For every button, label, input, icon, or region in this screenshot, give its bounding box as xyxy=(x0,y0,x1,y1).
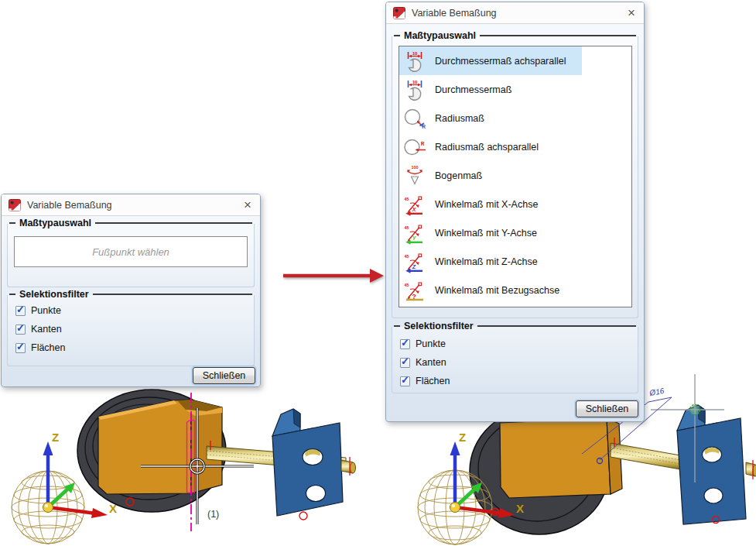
group-label: Maßtypauswahl xyxy=(19,218,91,228)
selection-annotation: (1) xyxy=(207,509,219,520)
checkbox-flächen[interactable]: ✓ Flächen xyxy=(400,372,638,390)
group-label: Selektionsfilter xyxy=(19,289,89,300)
checkbox-list-right: ✓ Punkte ✓ Kanten ✓ Flächen xyxy=(392,327,638,390)
list-item[interactable]: 45? Winkelmaß mit Bezugsachse xyxy=(399,276,575,304)
list-item[interactable]: 45Z Winkelmaß mit Z-Achse xyxy=(399,247,553,276)
dialog-titlebar[interactable]: Variable Bemaßung × xyxy=(386,2,644,24)
checkbox-flächen[interactable]: ✓ Flächen xyxy=(15,338,254,357)
list-item[interactable]: 10 Durchmessermaß xyxy=(399,75,527,104)
svg-text:Z: Z xyxy=(412,263,416,269)
desktop: (1) Z X xyxy=(0,0,756,546)
checkbox-punkte[interactable]: ✓ Punkte xyxy=(400,335,638,353)
snap-target-circle xyxy=(690,405,700,415)
transition-arrow xyxy=(277,262,393,290)
list-item[interactable]: 45Y Winkelmaß mit Y-Achse xyxy=(399,218,552,247)
list-item-label: Radiusmaß xyxy=(435,113,484,124)
angle-ref-icon: 45? xyxy=(403,279,426,302)
group-label: Maßtypauswahl xyxy=(404,30,476,41)
checkbox-label: Kanten xyxy=(416,357,446,368)
list-item-label: Durchmessermaß xyxy=(435,84,511,95)
x-axis-arrow xyxy=(48,507,96,513)
z-axis-label: Z xyxy=(52,431,59,444)
checkbox-label: Punkte xyxy=(416,338,446,349)
app-icon xyxy=(9,199,21,211)
3d-view-left[interactable]: (1) Z X xyxy=(0,379,371,546)
x-axis-label: X xyxy=(109,502,117,515)
diameter-icon: 10 xyxy=(403,78,426,101)
fork-bracket[interactable] xyxy=(500,418,622,498)
x-axis-label: X xyxy=(516,502,524,515)
group-masstypauswahl: Maßtypauswahl 10 Durchmessermaß achspara… xyxy=(392,36,638,318)
close-icon[interactable]: × xyxy=(242,198,253,211)
group-selektionsfilter: Selektionsfilter ✓ Punkte ✓ Kanten ✓ Flä… xyxy=(392,327,638,393)
origin-ball xyxy=(43,503,53,513)
origin-ball xyxy=(450,503,460,513)
dialog-body: Maßtypauswahl 10 Durchmessermaß achspara… xyxy=(386,24,644,422)
fork-bracket[interactable] xyxy=(98,400,222,494)
list-item[interactable]: R Radiusmaß achsparallel xyxy=(399,132,554,161)
checkbox-label: Flächen xyxy=(416,376,450,386)
dialog-variable-bemassung-expanded: Variable Bemaßung × Maßtypauswahl 10 Dur… xyxy=(385,2,645,422)
checkbox-label: Flächen xyxy=(31,342,65,353)
svg-text:?: ? xyxy=(412,292,416,300)
diameter-axisparallel-icon: 10 xyxy=(403,50,426,73)
angle-z-icon: 45Z xyxy=(403,250,426,273)
radius-axisparallel-icon: R xyxy=(403,136,426,159)
angle-x-icon: 45X xyxy=(403,193,426,216)
dimension-value: Ø16 xyxy=(648,386,665,397)
checkbox-punkte[interactable]: ✓ Punkte xyxy=(15,301,254,320)
mount-bracket[interactable] xyxy=(677,405,746,524)
checkbox-icon[interactable]: ✓ xyxy=(400,376,410,386)
svg-text:45: 45 xyxy=(405,197,409,201)
footpoint-picker-field[interactable]: Fußpunkt wählen xyxy=(14,236,248,267)
list-item[interactable]: R Radiusmaß xyxy=(399,104,500,132)
schliessen-button[interactable]: Schließen xyxy=(193,367,255,384)
app-icon xyxy=(393,7,405,19)
list-item-label: Winkelmaß mit Z-Achse xyxy=(435,256,538,267)
list-item-label: Winkelmaß mit Bezugsachse xyxy=(435,285,559,296)
dialog-title: Variable Bemaßung xyxy=(27,200,236,211)
svg-text:R: R xyxy=(421,141,425,146)
z-axis-label: Z xyxy=(459,431,466,444)
svg-text:45: 45 xyxy=(405,283,409,287)
checkbox-label: Punkte xyxy=(31,305,61,316)
svg-text:100: 100 xyxy=(411,165,418,170)
svg-text:45: 45 xyxy=(405,254,409,259)
checkbox-kanten[interactable]: ✓ Kanten xyxy=(15,320,254,338)
checkbox-icon[interactable]: ✓ xyxy=(15,306,26,316)
list-item[interactable]: 10 Durchmessermaß achsparallel xyxy=(399,46,582,75)
angle-y-icon: 45Y xyxy=(403,221,426,245)
dialog-titlebar[interactable]: Variable Bemaßung × xyxy=(2,194,260,216)
schliessen-button[interactable]: Schließen xyxy=(576,400,638,417)
list-item[interactable]: 45X Winkelmaß mit X-Achse xyxy=(399,190,553,218)
dimension-type-list[interactable]: 10 Durchmessermaß achsparallel 10 Durchm… xyxy=(399,46,632,307)
svg-text:Y: Y xyxy=(412,235,417,240)
list-item-label: Radiusmaß achsparallel xyxy=(435,142,539,153)
mount-bracket[interactable] xyxy=(272,409,343,516)
shaft-end[interactable] xyxy=(746,460,756,479)
group-label: Selektionsfilter xyxy=(404,321,474,331)
group-selektionsfilter: Selektionsfilter ✓ Punkte ✓ Kanten ✓ Flä… xyxy=(7,295,255,366)
radius-icon: R xyxy=(403,107,426,130)
dialog-body: Maßtypauswahl Fußpunkt wählen Selektions… xyxy=(2,216,260,387)
list-item-label: Bogenmaß xyxy=(435,170,482,181)
checkbox-icon[interactable]: ✓ xyxy=(400,339,410,349)
point-marker xyxy=(299,512,307,520)
list-item[interactable]: 100 Bogenmaß xyxy=(399,161,498,190)
close-icon[interactable]: × xyxy=(626,6,637,19)
dialog-title: Variable Bemaßung xyxy=(412,8,620,19)
list-item-label: Winkelmaß mit Y-Achse xyxy=(435,228,537,239)
svg-text:X: X xyxy=(412,206,417,211)
checkbox-icon[interactable]: ✓ xyxy=(400,358,410,368)
checkbox-icon[interactable]: ✓ xyxy=(15,325,26,335)
list-item-label: Winkelmaß mit X-Achse xyxy=(435,199,538,210)
group-masstypauswahl: Maßtypauswahl Fußpunkt wählen xyxy=(7,224,255,287)
checkbox-kanten[interactable]: ✓ Kanten xyxy=(400,353,638,372)
svg-text:10: 10 xyxy=(412,50,418,55)
list-item-label: Durchmessermaß achsparallel xyxy=(435,56,566,67)
placeholder-text: Fußpunkt wählen xyxy=(92,246,169,258)
svg-text:45: 45 xyxy=(405,225,409,230)
svg-text:R: R xyxy=(422,124,426,129)
checkbox-icon[interactable]: ✓ xyxy=(15,343,26,353)
checkbox-list-left: ✓ Punkte ✓ Kanten ✓ Flächen xyxy=(8,295,254,357)
